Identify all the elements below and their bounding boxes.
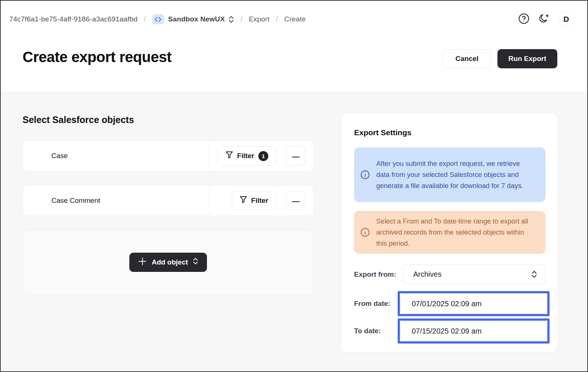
- object-row-case-comment: Case Comment Filter: [23, 185, 314, 216]
- export-from-label: Export from:: [354, 270, 396, 279]
- breadcrumb-separator: /: [276, 15, 278, 24]
- object-row-case: Case Filter 1: [23, 140, 314, 171]
- breadcrumb-environment[interactable]: Sandbox NewUX: [168, 15, 225, 23]
- row-divider: [209, 141, 210, 171]
- add-object-button[interactable]: Add object: [129, 253, 207, 272]
- breadcrumb-section[interactable]: Export: [249, 15, 269, 23]
- plus-icon: [138, 257, 147, 267]
- filter-button-label: Filter: [237, 152, 254, 160]
- code-icon: [152, 14, 164, 24]
- export-create-page: 74c7f6a1-be75-4aff-9186-a3ac691aafbd / S…: [0, 0, 588, 372]
- object-name: Case Comment: [23, 197, 100, 205]
- from-date-label: From date:: [354, 300, 390, 308]
- warning-note: Select a From and To date-time range to …: [354, 211, 545, 254]
- help-button[interactable]: [518, 13, 530, 25]
- avatar[interactable]: D: [558, 11, 574, 27]
- to-date-input[interactable]: [400, 321, 547, 341]
- object-row-actions: Filter 1: [218, 146, 305, 165]
- title-bar: Create export request Cancel Run Export: [1, 38, 587, 92]
- help-circle-icon: [518, 13, 530, 25]
- theme-toggle-button[interactable]: [538, 13, 550, 25]
- funnel-icon: [239, 196, 247, 205]
- add-object-label: Add object: [152, 258, 188, 266]
- to-date-highlight-box: [398, 318, 550, 344]
- breadcrumb-org-id[interactable]: 74c7f6a1-be75-4aff-9186-a3ac691aafbd: [9, 15, 137, 23]
- object-name: Case: [23, 152, 68, 160]
- objects-section-heading: Select Salesforce objects: [23, 115, 134, 125]
- info-icon: [354, 170, 376, 180]
- filter-button-case-comment[interactable]: Filter: [232, 191, 276, 210]
- filter-count-badge: 1: [258, 151, 268, 161]
- page-title: Create export request: [23, 49, 171, 65]
- export-from-select[interactable]: Archives: [403, 265, 545, 284]
- environment-switcher-icon[interactable]: [228, 16, 234, 23]
- remove-object-button-case-comment[interactable]: [286, 191, 305, 210]
- to-date-label: To date:: [354, 327, 381, 335]
- minus-icon: [292, 198, 300, 204]
- warning-note-text: Select a From and To date-time range to …: [376, 216, 536, 249]
- info-note: After you submit the export request, we …: [354, 147, 545, 202]
- breadcrumb-separator: /: [144, 15, 146, 24]
- chevron-up-down-icon: [193, 258, 198, 266]
- funnel-icon: [225, 151, 233, 161]
- export-from-value: Archives: [413, 270, 442, 279]
- info-icon: [354, 228, 376, 237]
- from-date-input[interactable]: [400, 294, 547, 314]
- cancel-button[interactable]: Cancel: [443, 49, 490, 68]
- topbar: 74c7f6a1-be75-4aff-9186-a3ac691aafbd / S…: [1, 1, 587, 38]
- filter-button-case[interactable]: Filter 1: [218, 146, 276, 165]
- export-settings-heading: Export Settings: [354, 128, 411, 137]
- breadcrumb-separator: /: [240, 15, 242, 24]
- breadcrumb-page[interactable]: Create: [284, 15, 306, 23]
- remove-object-button-case[interactable]: [286, 146, 305, 165]
- from-date-highlight-box: [398, 291, 550, 316]
- main-content: Select Salesforce objects Case Filter 1: [1, 92, 587, 371]
- run-export-button[interactable]: Run Export: [497, 49, 557, 68]
- object-row-actions: Filter: [232, 191, 305, 210]
- row-divider: [209, 185, 210, 216]
- topbar-actions: D: [518, 11, 574, 27]
- breadcrumb: 74c7f6a1-be75-4aff-9186-a3ac691aafbd / S…: [9, 14, 306, 24]
- title-actions: Cancel Run Export: [443, 49, 557, 68]
- chevron-up-down-icon: [531, 271, 537, 278]
- info-note-text: After you submit the export request, we …: [376, 158, 536, 191]
- minus-icon: [292, 153, 300, 159]
- add-object-dropzone: Add object: [23, 229, 314, 295]
- moon-plus-icon: [538, 13, 550, 25]
- export-settings-card: Export Settings After you submit the exp…: [341, 113, 558, 352]
- avatar-initial: D: [563, 15, 569, 24]
- filter-button-label: Filter: [251, 197, 268, 205]
